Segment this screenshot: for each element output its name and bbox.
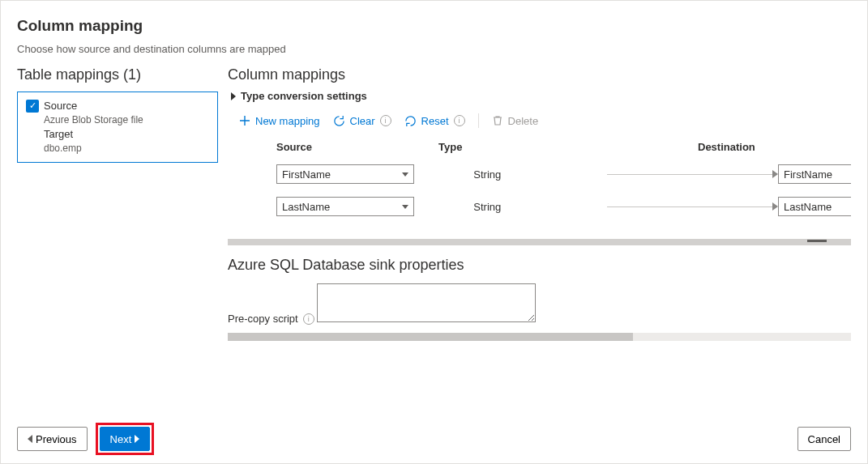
toolbar-separator bbox=[478, 113, 479, 128]
type-value: String bbox=[425, 201, 607, 213]
cancel-label: Cancel bbox=[808, 433, 840, 445]
table-mappings-title: Table mappings (1) bbox=[17, 66, 218, 83]
reset-button[interactable]: Reset i bbox=[404, 115, 465, 127]
source-column-select[interactable]: FirstName bbox=[276, 164, 414, 184]
type-conversion-label: Type conversion settings bbox=[241, 90, 367, 102]
next-button-highlight: Next bbox=[96, 423, 155, 455]
mapping-toolbar: New mapping Clear i Reset i bbox=[228, 113, 851, 128]
info-icon[interactable]: i bbox=[303, 313, 314, 325]
col-header-source: Source bbox=[276, 141, 438, 153]
info-icon[interactable]: i bbox=[380, 115, 391, 126]
page-title: Column mapping bbox=[17, 17, 851, 35]
previous-label: Previous bbox=[36, 433, 77, 445]
delete-button: Delete bbox=[492, 115, 539, 127]
delete-label: Delete bbox=[508, 115, 539, 127]
clear-label: Clear bbox=[350, 115, 375, 127]
plus-icon bbox=[239, 115, 250, 126]
destination-value: FirstName bbox=[784, 168, 832, 181]
source-column-select[interactable]: LastName bbox=[276, 197, 414, 216]
panel-splitter[interactable] bbox=[228, 239, 851, 245]
destination-column-field[interactable]: LastName bbox=[778, 197, 851, 216]
pre-copy-label: Pre-copy script bbox=[228, 313, 298, 325]
caret-right-icon bbox=[231, 92, 236, 100]
new-mapping-label: New mapping bbox=[255, 115, 320, 127]
destination-value: LastName bbox=[784, 201, 832, 213]
clear-icon bbox=[333, 115, 345, 127]
reset-label: Reset bbox=[421, 115, 449, 127]
table-row: LastName String LastName bbox=[228, 190, 851, 223]
sink-properties-section: Azure SQL Database sink properties Pre-c… bbox=[228, 257, 851, 328]
source-label: Source bbox=[44, 99, 77, 113]
info-icon[interactable]: i bbox=[454, 115, 465, 126]
previous-button[interactable]: Previous bbox=[17, 427, 88, 451]
col-header-type: Type bbox=[438, 141, 698, 153]
mapping-arrow bbox=[607, 202, 778, 211]
column-mappings-panel: Column mappings Type conversion settings… bbox=[228, 66, 851, 411]
source-value: LastName bbox=[282, 201, 330, 213]
mapping-table: Source Type Destination FirstName String bbox=[228, 136, 851, 223]
target-label: Target bbox=[44, 127, 209, 142]
mapping-arrow bbox=[607, 170, 778, 178]
table-mappings-panel: Table mappings (1) ✓ Source Azure Blob S… bbox=[17, 66, 218, 411]
chevron-left-icon bbox=[28, 435, 32, 443]
source-value: Azure Blob Storage file bbox=[44, 113, 209, 127]
table-row: FirstName String FirstName bbox=[228, 158, 851, 190]
col-header-destination: Destination bbox=[698, 141, 851, 153]
table-mapping-card[interactable]: ✓ Source Azure Blob Storage file Target … bbox=[17, 92, 218, 163]
chevron-down-icon bbox=[402, 205, 408, 209]
target-value: dbo.emp bbox=[44, 142, 209, 155]
reset-icon bbox=[404, 115, 417, 127]
cancel-button[interactable]: Cancel bbox=[797, 427, 851, 451]
page-subtitle: Choose how source and destination column… bbox=[17, 43, 851, 55]
clear-button[interactable]: Clear i bbox=[333, 115, 391, 127]
destination-column-field[interactable]: FirstName bbox=[778, 164, 851, 184]
chevron-down-icon bbox=[402, 172, 408, 177]
source-value: FirstName bbox=[282, 168, 331, 181]
chevron-right-icon bbox=[135, 435, 139, 443]
type-value: String bbox=[425, 168, 607, 181]
pre-copy-script-input[interactable] bbox=[317, 283, 536, 322]
trash-icon bbox=[492, 115, 503, 126]
horizontal-scrollbar[interactable] bbox=[228, 333, 851, 341]
next-label: Next bbox=[110, 433, 132, 445]
sink-properties-title: Azure SQL Database sink properties bbox=[228, 257, 851, 274]
new-mapping-button[interactable]: New mapping bbox=[239, 115, 320, 127]
column-mappings-title: Column mappings bbox=[228, 66, 851, 83]
check-icon[interactable]: ✓ bbox=[26, 100, 39, 113]
next-button[interactable]: Next bbox=[100, 427, 151, 451]
type-conversion-toggle[interactable]: Type conversion settings bbox=[231, 90, 851, 102]
